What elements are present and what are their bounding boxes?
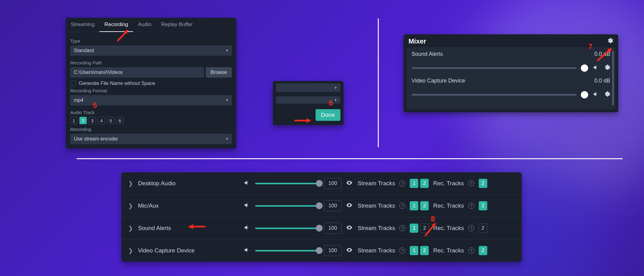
rec-track-2[interactable]: 2 [479, 201, 487, 210]
help-icon[interactable]: ? [399, 247, 405, 254]
tab-streaming[interactable]: Streaming [66, 18, 99, 32]
volume-value[interactable]: 100 [324, 223, 342, 234]
volume-slider[interactable] [255, 250, 320, 251]
speaker-icon[interactable] [243, 247, 251, 255]
settings-tabs: Streaming Recording Audio Replay Buffer [66, 18, 236, 32]
volume-value[interactable]: 100 [324, 178, 342, 189]
generate-filename-label: Generate File Name without Space [79, 81, 155, 86]
source-name: Sound Alerts [138, 225, 239, 232]
help-icon[interactable]: ? [399, 203, 405, 209]
browse-button[interactable]: Browse [206, 67, 232, 78]
help-icon[interactable]: ? [468, 225, 474, 231]
mixer-settings-gear-icon[interactable] [607, 37, 613, 45]
format-select[interactable]: mp4 ▼ [70, 95, 232, 105]
eye-icon[interactable] [346, 247, 353, 255]
recording-path-input[interactable]: C:\Users\marvi\Videos [70, 67, 204, 78]
volume-value[interactable]: 100 [324, 245, 342, 256]
volume-slider[interactable] [255, 183, 320, 184]
volume-meter [412, 67, 577, 69]
recording-encoder-value: Use stream encoder [74, 136, 118, 141]
speaker-icon[interactable] [243, 202, 251, 210]
stream-track-2[interactable]: 2 [420, 224, 429, 233]
stream-tracks-label: Stream Tracks [358, 180, 395, 187]
stream-track-1[interactable]: 1 [410, 179, 418, 188]
chevron-down-icon: ▼ [225, 48, 229, 53]
audio-source-row: ❯ Video Capture Device 100 Stream Tracks… [121, 239, 522, 262]
volume-meter [412, 94, 577, 96]
expand-chevron-icon[interactable]: ❯ [128, 225, 134, 232]
rec-tracks-label: Rec. Tracks [433, 180, 464, 187]
source-gear-icon[interactable] [604, 91, 610, 99]
rec-track-2[interactable]: 2 [479, 224, 487, 233]
audio-track-6[interactable]: 6 [116, 117, 124, 124]
speaker-icon[interactable] [592, 91, 599, 99]
source-gear-icon[interactable] [604, 64, 610, 72]
tab-replay-buffer[interactable]: Replay Buffer [156, 18, 197, 32]
stream-track-2[interactable]: 2 [420, 246, 429, 255]
stream-track-1[interactable]: 1 [410, 224, 418, 233]
volume-value[interactable]: 100 [324, 200, 342, 211]
chevron-down-icon: ▼ [225, 137, 229, 141]
eye-icon[interactable] [346, 202, 353, 210]
stream-tracks-label: Stream Tracks [358, 225, 395, 232]
collapsed-select[interactable]: ▼ [276, 83, 340, 92]
rec-track-2[interactable]: 2 [479, 246, 487, 255]
expand-chevron-icon[interactable]: ❯ [128, 180, 134, 187]
eye-icon[interactable] [346, 179, 353, 188]
audio-track-2[interactable]: 2 [79, 117, 87, 124]
chevron-down-icon: ▼ [334, 86, 337, 90]
horizontal-divider [77, 158, 623, 159]
format-label: Recording Format [70, 88, 232, 93]
advanced-audio-panel: ❯ Desktop Audio 100 Stream Tracks ? 12 R… [121, 172, 522, 262]
mixer-source-name: Sound Alerts [412, 51, 443, 57]
volume-slider[interactable] [255, 205, 320, 207]
tab-recording[interactable]: Recording [99, 18, 133, 32]
audio-track-label: Audio Track [70, 110, 232, 115]
help-icon[interactable]: ? [399, 180, 405, 186]
tab-audio[interactable]: Audio [133, 18, 156, 32]
audio-source-row: ❯ Sound Alerts 100 Stream Tracks ? 12 Re… [121, 217, 522, 239]
audio-track-1[interactable]: 1 [70, 117, 78, 124]
output-settings-panel: Streaming Recording Audio Replay Buffer … [66, 18, 236, 148]
path-label: Recording Path [70, 60, 232, 65]
stream-track-1[interactable]: 1 [410, 246, 418, 255]
stream-tracks-label: Stream Tracks [358, 202, 395, 209]
mixer-title: Mixer [408, 37, 426, 45]
volume-slider[interactable] [255, 228, 320, 229]
stream-track-2[interactable]: 2 [420, 179, 429, 188]
help-icon[interactable]: ? [468, 203, 474, 209]
speaker-icon[interactable] [243, 179, 251, 188]
rec-tracks-label: Rec. Tracks [433, 225, 464, 232]
speaker-icon[interactable] [243, 224, 251, 232]
checkbox-icon [70, 81, 76, 86]
help-icon[interactable]: ? [468, 247, 474, 254]
done-dialog-snippet: ▼ ▼ Done [273, 81, 343, 125]
volume-slider-knob[interactable] [581, 64, 588, 72]
mixer-scrollbar[interactable] [612, 51, 614, 105]
stream-track-1[interactable]: 1 [410, 201, 418, 210]
rec-track-2[interactable]: 2 [479, 179, 487, 188]
collapsed-select[interactable]: ▼ [276, 96, 340, 104]
generate-filename-checkbox[interactable]: Generate File Name without Space [70, 81, 232, 86]
audio-track-3[interactable]: 3 [89, 117, 96, 124]
audio-track-4[interactable]: 4 [98, 117, 105, 124]
help-icon[interactable]: ? [399, 225, 405, 231]
recording-encoder-select[interactable]: Use stream encoder ▼ [70, 134, 232, 144]
speaker-icon[interactable] [592, 64, 599, 72]
mixer-panel: Mixer Sound Alerts 0.0 dB Video Capture … [404, 34, 618, 112]
done-button[interactable]: Done [316, 109, 340, 121]
help-icon[interactable]: ? [468, 180, 474, 186]
expand-chevron-icon[interactable]: ❯ [128, 247, 134, 254]
expand-chevron-icon[interactable]: ❯ [128, 202, 134, 209]
chevron-down-icon: ▼ [334, 98, 337, 102]
type-value: Standard [74, 48, 94, 53]
mixer-source-db: 0.0 dB [594, 51, 610, 57]
audio-track-5[interactable]: 5 [107, 117, 114, 124]
eye-icon[interactable] [346, 224, 353, 232]
stream-track-2[interactable]: 2 [420, 201, 429, 210]
mixer-source-db: 0.0 dB [594, 78, 610, 84]
volume-slider-knob[interactable] [581, 91, 588, 98]
type-select[interactable]: Standard ▼ [70, 45, 232, 56]
chevron-down-icon: ▼ [225, 98, 229, 102]
format-value: mp4 [74, 98, 83, 103]
